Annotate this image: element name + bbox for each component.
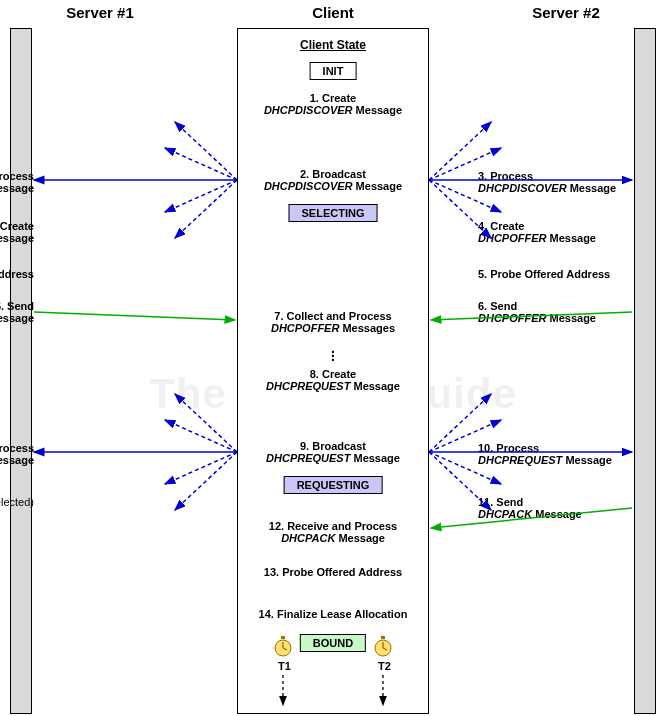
client-step-8: 8. Create DHCPREQUEST Message [237,368,429,392]
step-suffix: Message [562,454,612,466]
step-text: (Server Not Selected) [0,496,34,508]
step-text: 6. Send [478,300,517,312]
step-suffix: Message [546,312,596,324]
client-step-12: 12. Receive and Process DHCPACK Message [237,520,429,544]
svg-line-4 [175,180,237,238]
step-text: 4. Create [0,220,34,232]
state-requesting: REQUESTING [284,476,383,494]
server1-note: (Server Not Selected) [0,496,34,508]
client-step-14: 14. Finalize Lease Allocation [237,608,429,620]
step-text: 5. Probe Offered Address [0,268,34,280]
step-suffix: Message [567,182,617,194]
step-text: 6. Send [0,300,34,312]
step-text: 3. Process [0,170,34,182]
timer-t2-label: T2 [378,660,391,672]
step-suffix: Message [350,380,400,392]
client-state-title: Client State [237,38,429,52]
step-text: 8. Create [310,368,356,380]
step-text: 7. Collect and Process [274,310,391,322]
client-step-13: 13. Probe Offered Address [237,566,429,578]
step-msg: DHCPREQUEST [266,380,350,392]
server2-step-3: 3. Process DHCPDISCOVER Message [478,170,666,194]
step-text: 10. Process [478,442,539,454]
client-step-9: 9. Broadcast DHCPREQUEST Message [237,440,429,464]
step-msg: DHCPACK [478,508,532,520]
ellipsis-icon: ... [331,346,335,358]
server2-lifeline [634,28,656,714]
step-suffix: Message [0,232,34,244]
state-init: INIT [310,62,357,80]
state-requesting-label: REQUESTING [297,479,370,491]
step-text: 4. Create [478,220,524,232]
step-text: 1. Create [310,92,356,104]
broadcast-discover-left [34,122,237,238]
offer-arrow-s1 [34,312,235,320]
svg-line-11 [165,420,237,452]
server1-lifeline [10,28,32,714]
header-client: Client [237,4,429,21]
state-bound: BOUND [300,634,366,652]
server2-step-11: 11. Send DHCPACK Message [478,496,666,520]
step-msg: DHCPREQUEST [266,452,350,464]
header-server2: Server #2 [476,4,656,21]
server2-step-5: 5. Probe Offered Address [478,268,666,280]
step-suffix: Message [353,180,403,192]
step-msg: DHCPDISCOVER [264,104,353,116]
step-text: 3. Process [478,170,533,182]
step-suffix: Message [532,508,582,520]
step-suffix: Messages [339,322,395,334]
server1-step-4: 4. Create DHCPOFFER Message [0,220,34,244]
client-step-1: 1. Create DHCPDISCOVER Message [237,92,429,116]
server1-step-3: 3. Process DHCPDISCOVER Message [0,170,34,194]
state-bound-label: BOUND [313,637,353,649]
state-selecting-label: SELECTING [302,207,365,219]
svg-line-0 [175,122,237,180]
step-msg: DHCPDISCOVER [478,182,567,194]
svg-line-13 [165,452,237,484]
timer-t1-label: T1 [278,660,291,672]
step-suffix: Message [353,104,403,116]
step-text: 10. Process [0,442,34,454]
step-suffix: Message [0,182,34,194]
step-text: 9. Broadcast [300,440,366,452]
step-msg: DHCPOFFER [478,312,546,324]
server1-step-5: 5. Probe Offered Address [0,268,34,280]
step-msg: DHCPDISCOVER [264,180,353,192]
server1-step-6: 6. Send DHCPOFFER Message [0,300,34,324]
step-text: 11. Send [478,496,523,508]
step-text: 12. Receive and Process [269,520,397,532]
step-suffix: Message [350,452,400,464]
client-step-7: 7. Collect and Process DHCPOFFER Message… [237,310,429,334]
header-server1: Server #1 [10,4,190,21]
step-suffix: Message [335,532,385,544]
server2-step-4: 4. Create DHCPOFFER Message [478,220,666,244]
state-init-label: INIT [323,65,344,77]
step-text: 2. Broadcast [300,168,366,180]
step-msg: DHCPOFFER [478,232,546,244]
state-selecting: SELECTING [289,204,378,222]
server1-step-10: 10. Process DHCPREQUEST Message [0,442,34,466]
svg-line-14 [175,452,237,510]
step-msg: DHCPACK [281,532,335,544]
server2-step-6: 6. Send DHCPOFFER Message [478,300,666,324]
step-msg: DHCPOFFER [271,322,339,334]
svg-line-1 [165,148,237,180]
step-suffix: Message [546,232,596,244]
step-msg: DHCPREQUEST [478,454,562,466]
server2-step-10: 10. Process DHCPREQUEST Message [478,442,666,466]
step-suffix: Message [0,454,34,466]
svg-line-3 [165,180,237,212]
client-step-2: 2. Broadcast DHCPDISCOVER Message [237,168,429,192]
step-suffix: Message [0,312,34,324]
